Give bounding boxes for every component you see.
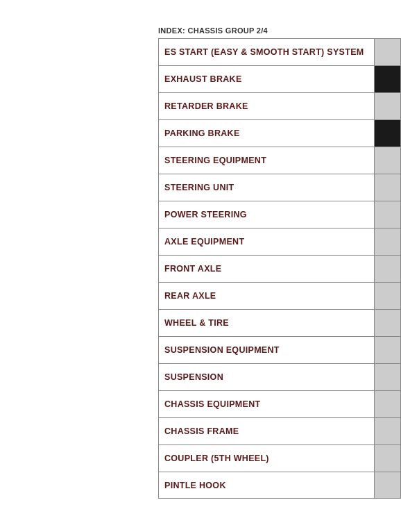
table-row[interactable]: SUSPENSION EQUIPMENT — [158, 336, 401, 363]
row-indicator-es-start — [374, 39, 400, 65]
index-label: INDEX: CHASSIS GROUP 2/4 — [158, 26, 268, 35]
row-label-suspension: SUSPENSION — [159, 372, 374, 382]
table-row[interactable]: EXHAUST BRAKE — [158, 65, 401, 92]
table-row[interactable]: ES START (EASY & SMOOTH START) SYSTEM — [158, 38, 401, 65]
row-label-retarder-brake: RETARDER BRAKE — [159, 101, 374, 111]
row-indicator-pintle-hook — [374, 472, 400, 498]
table-row[interactable]: REAR AXLE — [158, 282, 401, 309]
row-label-axle-equipment: AXLE EQUIPMENT — [159, 237, 374, 247]
row-indicator-suspension — [374, 364, 400, 390]
row-indicator-rear-axle — [374, 283, 400, 309]
row-indicator-axle-equipment — [374, 228, 400, 255]
table-row[interactable]: AXLE EQUIPMENT — [158, 228, 401, 255]
row-indicator-wheel-tire — [374, 310, 400, 336]
page-container: INDEX: CHASSIS GROUP 2/4 ES START (EASY … — [0, 0, 401, 532]
row-label-exhaust-brake: EXHAUST BRAKE — [159, 74, 374, 84]
table-row[interactable]: PINTLE HOOK — [158, 472, 401, 499]
row-label-es-start: ES START (EASY & SMOOTH START) SYSTEM — [159, 47, 374, 57]
row-indicator-coupler-5th-wheel — [374, 445, 400, 472]
row-label-wheel-tire: WHEEL & TIRE — [159, 318, 374, 328]
row-label-suspension-equipment: SUSPENSION EQUIPMENT — [159, 345, 374, 355]
table-row[interactable]: POWER STEERING — [158, 201, 401, 228]
row-label-steering-equipment: STEERING EQUIPMENT — [159, 156, 374, 165]
row-indicator-steering-equipment — [374, 147, 400, 174]
row-indicator-retarder-brake — [374, 93, 400, 119]
row-label-front-axle: FRONT AXLE — [159, 264, 374, 274]
row-indicator-power-steering — [374, 201, 400, 228]
row-label-power-steering: POWER STEERING — [159, 210, 374, 219]
row-indicator-front-axle — [374, 256, 400, 282]
table-row[interactable]: WHEEL & TIRE — [158, 309, 401, 336]
table-row[interactable]: CHASSIS EQUIPMENT — [158, 390, 401, 417]
table-row[interactable]: STEERING UNIT — [158, 174, 401, 201]
row-indicator-suspension-equipment — [374, 337, 400, 363]
row-indicator-chassis-equipment — [374, 391, 400, 417]
row-indicator-chassis-frame — [374, 418, 400, 444]
table-row[interactable]: RETARDER BRAKE — [158, 92, 401, 119]
table-container: ES START (EASY & SMOOTH START) SYSTEMEXH… — [158, 38, 401, 499]
row-indicator-parking-brake — [374, 120, 400, 147]
row-label-pintle-hook: PINTLE HOOK — [159, 481, 374, 490]
table-row[interactable]: FRONT AXLE — [158, 255, 401, 282]
row-label-rear-axle: REAR AXLE — [159, 291, 374, 301]
row-label-chassis-frame: CHASSIS FRAME — [159, 426, 374, 436]
table-row[interactable]: COUPLER (5TH WHEEL) — [158, 444, 401, 472]
table-row[interactable]: CHASSIS FRAME — [158, 417, 401, 444]
table-row[interactable]: SUSPENSION — [158, 363, 401, 390]
row-label-chassis-equipment: CHASSIS EQUIPMENT — [159, 399, 374, 409]
table-row[interactable]: STEERING EQUIPMENT — [158, 147, 401, 174]
row-label-parking-brake: PARKING BRAKE — [159, 128, 374, 138]
row-label-coupler-5th-wheel: COUPLER (5TH WHEEL) — [159, 454, 374, 463]
row-indicator-exhaust-brake — [374, 66, 400, 92]
row-indicator-steering-unit — [374, 174, 400, 201]
table-row[interactable]: PARKING BRAKE — [158, 119, 401, 147]
row-label-steering-unit: STEERING UNIT — [159, 183, 374, 192]
